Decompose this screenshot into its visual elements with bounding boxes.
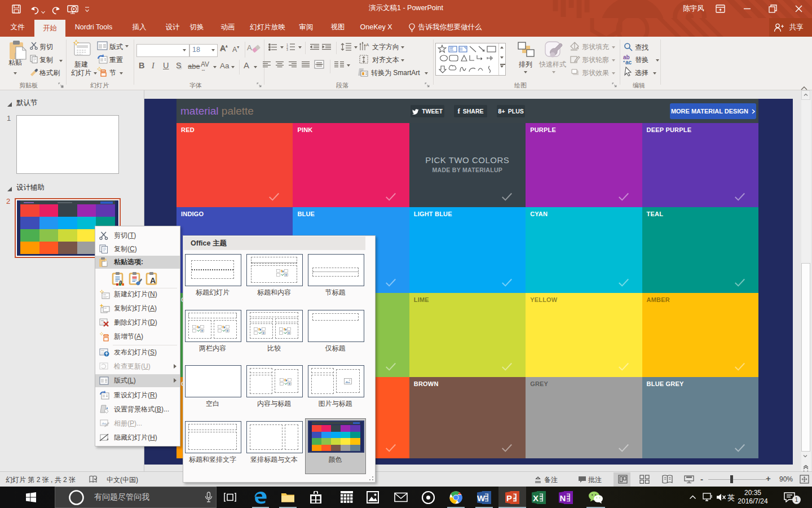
svg-text:3: 3	[286, 48, 288, 51]
svg-text:A: A	[366, 42, 369, 47]
svg-text:A: A	[150, 276, 156, 285]
svg-text:X: X	[533, 493, 539, 503]
svg-text:P: P	[506, 493, 512, 503]
svg-text:N: N	[560, 493, 566, 503]
svg-text:ac: ac	[625, 59, 632, 65]
svg-text:W: W	[477, 493, 486, 503]
